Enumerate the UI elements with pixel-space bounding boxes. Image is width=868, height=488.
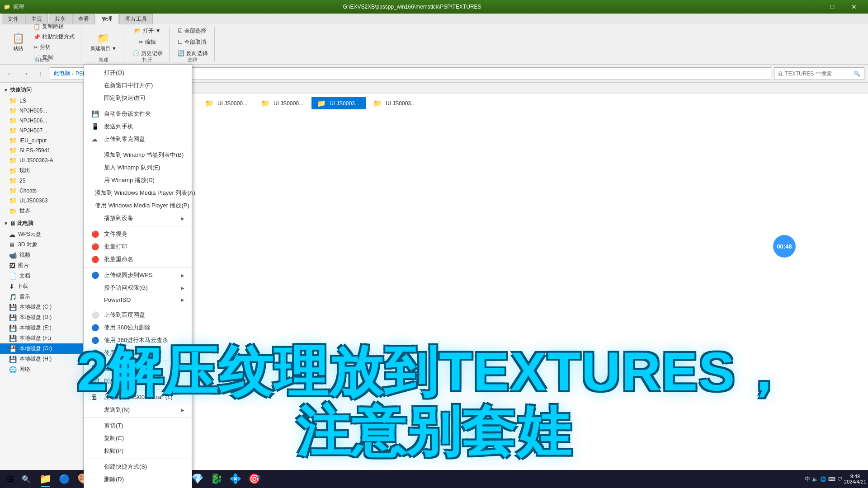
ctx-play-device[interactable]: 播放到设备 ▶ xyxy=(84,212,192,225)
cut-button[interactable]: ✂ 剪切 xyxy=(31,42,77,52)
quick-item-npjh505[interactable]: 📁 NPJH505... xyxy=(0,106,83,116)
start-button[interactable]: ⊞ xyxy=(2,471,18,487)
drive-f[interactable]: 💾 本地磁盘 (F:) xyxy=(0,333,83,343)
quick-item-uljs363a[interactable]: 📁 ULJS00363-A xyxy=(0,155,83,165)
this-pc-header[interactable]: ▼ 🖥 此电脑 xyxy=(0,218,83,229)
taskbar-app-explorer[interactable]: 📁 xyxy=(36,470,54,488)
drive-music[interactable]: 🎵 音乐 xyxy=(0,291,83,302)
ctx-baidu-upload[interactable]: ⚪ 上传到百度网盘 xyxy=(84,309,192,321)
ctx-poweriso[interactable]: PowerISO ▶ xyxy=(84,294,192,305)
quick-item-npjh506[interactable]: 📁 NPJH506... xyxy=(0,116,83,126)
search-box[interactable]: 🔍 xyxy=(774,67,864,80)
ctx-wmp-list[interactable]: 添加到 Windows Media Player 列表(A) xyxy=(84,187,192,199)
tab-file[interactable]: 文件 xyxy=(2,14,24,24)
open-button[interactable]: 📂 打开 ▼ xyxy=(132,26,163,36)
drive-network[interactable]: 🌐 网络 xyxy=(0,364,83,375)
ctx-paste[interactable]: 粘贴(P) xyxy=(84,445,192,457)
ctx-copy[interactable]: 复制(C) xyxy=(84,432,192,445)
ctx-360-delete[interactable]: 🔵 使用 360强力删除 xyxy=(84,321,192,334)
clock-area[interactable]: 9:49 2024/4/21 xyxy=(844,474,866,484)
ctx-delete[interactable]: 删除(D) xyxy=(84,473,192,486)
search-input[interactable] xyxy=(778,70,854,77)
ctx-slim-file[interactable]: 🔴 文件瘦身 xyxy=(84,228,192,240)
ctx-create-shortcut[interactable]: 创建快捷方式(S) xyxy=(84,460,192,473)
quick-item-xianchu[interactable]: 📁 现出 xyxy=(0,165,83,176)
close-button[interactable]: ✕ xyxy=(844,0,864,14)
restore-button[interactable]: □ xyxy=(822,0,843,14)
ctx-label: 使用 Windows Media Player 播放(P) xyxy=(95,202,189,210)
taskbar-app-app5[interactable]: 🎯 xyxy=(245,470,263,488)
forward-button[interactable]: → xyxy=(19,67,32,80)
drive-label: 文档 xyxy=(19,272,30,280)
ctx-winamp-bookmark[interactable]: 添加到 Winamp 书签列表中(B) xyxy=(84,149,192,161)
drive-video[interactable]: 📹 视频 xyxy=(0,250,83,260)
ctx-send-phone[interactable]: 📱 发送到手机 xyxy=(84,120,192,133)
ctx-grant-access[interactable]: 授予访问权限(G) ▶ xyxy=(84,282,192,294)
taskbar-app-edge[interactable]: 🔵 xyxy=(55,470,73,488)
drive-doc[interactable]: 📄 文档 xyxy=(0,271,83,281)
taskbar-app-app4[interactable]: 💠 xyxy=(226,470,244,488)
taskbar-app-app3[interactable]: 🐉 xyxy=(207,470,225,488)
drive-3d[interactable]: 🖥 3D 对象 xyxy=(0,239,83,250)
video-icon: 📹 xyxy=(9,252,17,259)
ctx-batch-print[interactable]: 🔴 批量打印 xyxy=(84,240,192,253)
ctx-sync-other[interactable]: 🔄 同步至其它设备 xyxy=(84,375,192,388)
ctx-batch-rename[interactable]: 🔴 批量重命名 xyxy=(84,253,192,266)
drive-wps[interactable]: ☁ WPS云盘 xyxy=(0,229,83,239)
drive-c[interactable]: 💾 本地磁盘 (C:) xyxy=(0,302,83,312)
select-all-button[interactable]: ☑ 全部选择 xyxy=(175,26,209,36)
ctx-send-to[interactable]: 发送到(N) ▶ xyxy=(84,404,192,416)
folder-uljs4[interactable]: 📁 ULJS0000... xyxy=(255,97,310,109)
ctx-open[interactable]: 打开(O) xyxy=(84,66,192,79)
quick-item-uljs363[interactable]: 📁 ULJS00363 xyxy=(0,196,83,206)
drive-download[interactable]: ⬇ 下载 xyxy=(0,281,83,291)
quick-access-header[interactable]: ▼ 快速访问 xyxy=(0,84,83,96)
ctx-360-scan[interactable]: 🔵 使用 360进行木马云查杀 xyxy=(84,334,192,347)
ctx-auto-backup2[interactable]: 💾 自动备份该文件夹 xyxy=(84,362,192,375)
minimize-button[interactable]: ─ xyxy=(800,0,821,14)
new-label: 新建 xyxy=(99,56,108,63)
quick-item-npjh507[interactable]: 📁 NPJH507... xyxy=(0,126,83,136)
drive-g[interactable]: 💾 本地磁盘 (G:) xyxy=(0,343,83,354)
breadcrumb-pc[interactable]: 此电脑 xyxy=(54,70,70,77)
drive-picture[interactable]: 🖼 图片 xyxy=(0,260,83,271)
deselect-all-button[interactable]: ☐ 全部取消 xyxy=(175,38,209,47)
folder-uljs6[interactable]: 📁 ULJS0003... xyxy=(368,97,422,109)
paste-shortcut-button[interactable]: 📌 粘贴快捷方式 xyxy=(31,32,77,42)
quick-item-shijie[interactable]: 📁 世界 xyxy=(0,206,83,216)
edit-button[interactable]: ✏ 编辑 xyxy=(136,38,159,47)
drive-h[interactable]: 💾 本地磁盘 (H:) xyxy=(0,354,83,364)
ctx-sep1 xyxy=(84,106,192,106)
folder-uljs3[interactable]: 📁 ULJS0000... xyxy=(199,97,254,109)
drive-e[interactable]: 💾 本地磁盘 (E:) xyxy=(0,323,83,333)
taskbar-search[interactable]: 🔍 xyxy=(18,471,34,487)
ctx-rename[interactable]: 重命名(M) xyxy=(84,486,192,488)
quick-item-slps[interactable]: 📁 SLPS-25941 xyxy=(0,145,83,155)
paste-button-large[interactable]: 📋 粘贴 xyxy=(7,28,29,56)
up-button[interactable]: ↑ xyxy=(34,67,47,80)
new-folder-button[interactable]: 📁 新建项目 ▼ xyxy=(87,28,120,56)
ctx-360-manage[interactable]: 🔵 使用 360管理右键菜单 xyxy=(84,347,192,359)
ctx-pin-quick[interactable]: 固定到快速访问 xyxy=(84,92,192,104)
ctx-wmp-play[interactable]: 使用 Windows Media Player 播放(P) xyxy=(84,199,192,212)
ctx-open-new-window[interactable]: 在新窗口中打开(E) xyxy=(84,79,192,92)
ctx-cut[interactable]: 剪切(T) xyxy=(84,419,192,432)
quick-item-25[interactable]: 📁 25 xyxy=(0,176,83,186)
ctx-winamp-queue[interactable]: 加入 Winamp 队列(E) xyxy=(84,161,192,174)
tab-picture-tools[interactable]: 图片工具 xyxy=(119,14,153,24)
back-button[interactable]: ← xyxy=(4,67,16,80)
folder-uljs5[interactable]: 📁 ULJS0003... xyxy=(311,97,366,109)
quick-item-cheats[interactable]: 📁 Cheats xyxy=(0,186,83,196)
tab-manage[interactable]: 管理 xyxy=(96,14,118,24)
disk-icon: 💾 xyxy=(9,304,17,311)
copy-path-button[interactable]: 📋 复制路径 xyxy=(31,22,77,31)
ctx-compress[interactable]: 🗜 压缩到"ULJS00363.rar"(L) xyxy=(84,391,192,404)
quick-item-ls[interactable]: 📁 LS xyxy=(0,96,83,106)
drive-d[interactable]: 💾 本地磁盘 (D:) xyxy=(0,312,83,323)
ctx-upload-zero[interactable]: ☁ 上传到零克网盘 xyxy=(84,133,192,145)
ctx-winamp-play[interactable]: 用 Winamp 播放(D) xyxy=(84,174,192,187)
quick-item-ieu-output[interactable]: 📁 IEU_output xyxy=(0,136,83,145)
ctx-auto-backup[interactable]: 💾 自动备份该文件夹 xyxy=(84,108,192,120)
pc-icon: 🖥 xyxy=(10,221,15,227)
ctx-wps-sync[interactable]: 🔵 上传或同步到WPS ▶ xyxy=(84,269,192,282)
